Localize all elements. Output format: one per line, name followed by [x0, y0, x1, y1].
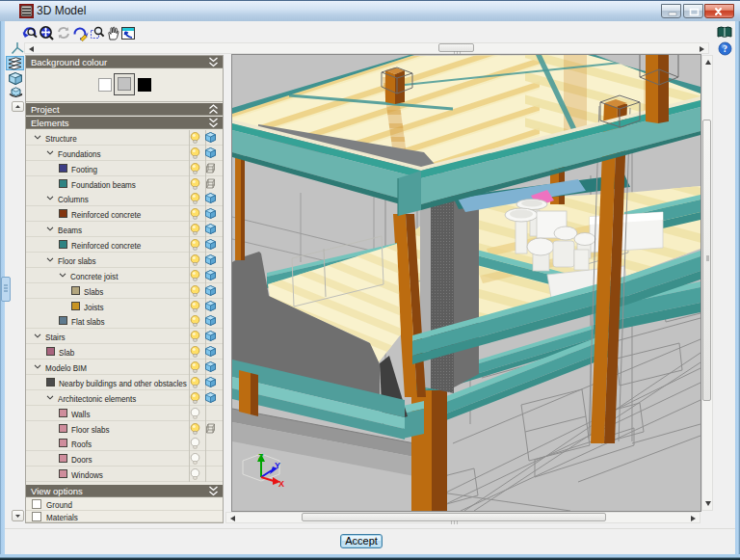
- svg-text:X: X: [278, 479, 284, 489]
- svg-text:Z: Z: [258, 452, 264, 462]
- svg-text:Y: Y: [275, 461, 280, 470]
- svg-text:?: ?: [723, 43, 727, 54]
